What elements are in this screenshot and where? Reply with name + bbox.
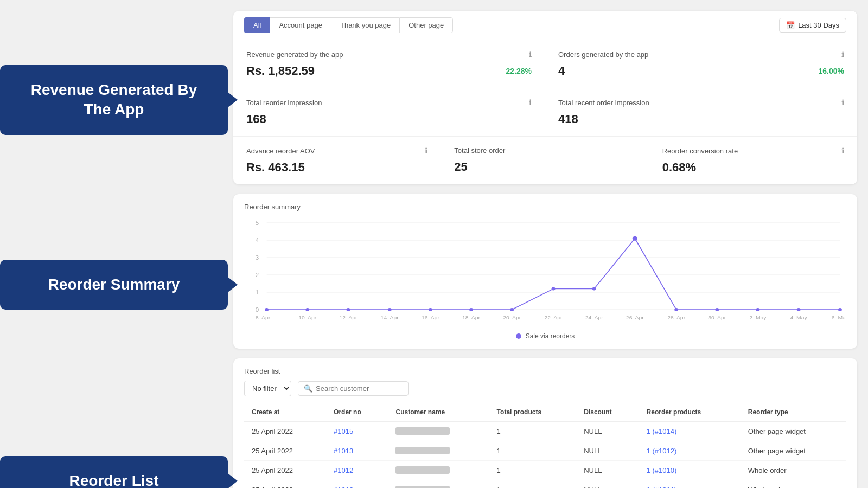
svg-text:16. Apr: 16. Apr (422, 315, 440, 320)
metric-orders-value: 4 (558, 64, 565, 78)
calendar-icon: 📅 (786, 21, 795, 29)
svg-point-16 (429, 308, 432, 311)
metric-orders-title: Orders generated by the app (558, 50, 648, 59)
svg-text:0: 0 (256, 307, 259, 313)
search-icon: 🔍 (304, 384, 312, 393)
cell-reorder[interactable]: 1 (#1010) (639, 461, 741, 480)
filter-select[interactable]: No filter (244, 381, 291, 396)
svg-text:6. May: 6. May (832, 315, 846, 320)
metric-reorder-value: 168 (246, 112, 266, 126)
info-icon-revenue[interactable]: ℹ (529, 50, 532, 59)
svg-text:24. Apr: 24. Apr (585, 315, 604, 320)
tabs-row: All Account page Thank you page Other pa… (244, 17, 453, 33)
table-title: Reorder list (244, 367, 846, 375)
cell-total: 1 (489, 422, 577, 441)
svg-text:20. Apr: 20. Apr (503, 315, 521, 320)
metric-revenue: Revenue generated by the app ℹ Rs. 1,852… (233, 40, 545, 88)
tab-other[interactable]: Other page (399, 17, 453, 33)
metric-recent-impression: Total recent order impression ℹ 418 (545, 88, 857, 136)
metrics-row-3: Advance reorder AOV ℹ Rs. 463.15 Total s… (233, 137, 857, 184)
metric-aov-title: Advance reorder AOV (246, 147, 315, 155)
metrics-row-2: Total reorder impression ℹ 168 Total rec… (233, 88, 857, 137)
table-row: 25 April 2022 #1015 XXXXXXXXXX 1 NULL 1 … (244, 422, 846, 441)
chart-title: Reorder summary (244, 203, 846, 211)
col-header-date: Create at (244, 403, 326, 422)
svg-point-13 (305, 308, 309, 311)
metric-conversion: Reorder conversion rate ℹ 0.68% (649, 137, 857, 184)
table-card: Reorder list No filter 🔍 Create at Order… (233, 358, 857, 488)
tab-account[interactable]: Account page (270, 17, 331, 33)
cell-type: Whole order (741, 461, 846, 480)
metric-conversion-value: 0.68% (662, 160, 696, 174)
cell-reorder[interactable]: 1 (#1014) (639, 422, 741, 441)
svg-text:2. May: 2. May (749, 315, 766, 320)
search-input[interactable] (316, 384, 403, 393)
cell-total: 1 (489, 480, 577, 489)
svg-point-25 (797, 308, 801, 311)
metrics-row-1: Revenue generated by the app ℹ Rs. 1,852… (233, 40, 857, 88)
metric-revenue-badge: 22.28% (506, 67, 532, 75)
cell-order[interactable]: #1015 (326, 422, 388, 441)
svg-text:30. Apr: 30. Apr (708, 315, 726, 320)
cell-date: 25 April 2022 (244, 480, 326, 489)
cell-discount: NULL (576, 480, 639, 489)
date-filter-button[interactable]: 📅 Last 30 Days (779, 18, 846, 33)
info-icon-orders[interactable]: ℹ (841, 50, 844, 59)
svg-text:5: 5 (256, 220, 259, 226)
cell-order[interactable]: #1012 (326, 480, 388, 489)
svg-point-26 (838, 308, 842, 311)
col-header-customer: Customer name (388, 403, 489, 422)
metric-store-order: Total store order 25 (441, 137, 649, 184)
svg-text:10. Apr: 10. Apr (298, 315, 317, 320)
tab-thankyou[interactable]: Thank you page (331, 17, 399, 33)
cell-discount: NULL (576, 441, 639, 461)
cell-total: 1 (489, 461, 577, 480)
cell-reorder[interactable]: 1 (#1012) (639, 441, 741, 461)
legend-dot (516, 333, 521, 339)
svg-point-22 (674, 308, 678, 311)
metric-reorder-title: Total reorder impression (246, 99, 322, 107)
chart-svg: 5 4 3 2 1 0 (244, 217, 846, 326)
table-controls: No filter 🔍 (244, 381, 846, 396)
metric-revenue-title: Revenue generated by the app (246, 50, 343, 59)
svg-point-12 (265, 308, 269, 311)
search-wrapper: 🔍 (298, 381, 409, 396)
info-icon-aov[interactable]: ℹ (425, 146, 427, 155)
svg-point-15 (388, 308, 392, 311)
metric-orders: Orders generated by the app ℹ 4 16.00% (545, 40, 857, 88)
metric-aov-value: Rs. 463.15 (246, 160, 305, 174)
info-icon-reorder[interactable]: ℹ (529, 98, 532, 107)
date-filter-label: Last 30 Days (798, 21, 839, 29)
svg-text:2: 2 (256, 272, 259, 278)
metric-reorder-impression: Total reorder impression ℹ 168 (233, 88, 545, 136)
legend-label: Sale via reorders (526, 332, 575, 340)
table-header-row: Create at Order no Customer name Total p… (244, 403, 846, 422)
info-icon-recent[interactable]: ℹ (841, 98, 844, 107)
cell-order[interactable]: #1013 (326, 441, 388, 461)
tab-all[interactable]: All (244, 17, 270, 33)
svg-text:4: 4 (256, 237, 259, 243)
metric-orders-badge: 16.00% (819, 67, 844, 75)
cell-customer: XXXXXXXXXX (388, 441, 489, 461)
info-icon-conversion[interactable]: ℹ (841, 146, 844, 155)
col-header-type: Reorder type (741, 403, 846, 422)
chart-legend: Sale via reorders (244, 332, 846, 340)
svg-point-14 (346, 308, 350, 311)
table-row: 25 April 2022 #1012 XXXXXXXXXX 1 NULL 1 … (244, 461, 846, 480)
svg-point-20 (592, 287, 596, 291)
table-row: 25 April 2022 #1013 XXXXXXXXXX 1 NULL 1 … (244, 441, 846, 461)
cell-reorder[interactable]: 1 (#1011) (639, 480, 741, 489)
svg-text:12. Apr: 12. Apr (339, 315, 358, 320)
svg-point-18 (510, 308, 514, 311)
table-row: 25 April 2022 #1012 XXXXXXXXXX 1 NULL 1 … (244, 480, 846, 489)
svg-text:18. Apr: 18. Apr (462, 315, 481, 320)
reorder-summary-label: Reorder Summary (0, 260, 228, 310)
col-header-products: Total products (489, 403, 577, 422)
data-table: Create at Order no Customer name Total p… (244, 403, 846, 488)
metric-revenue-value: Rs. 1,852.59 (246, 64, 315, 78)
cell-order[interactable]: #1012 (326, 461, 388, 480)
col-header-discount: Discount (576, 403, 639, 422)
svg-text:3: 3 (256, 255, 259, 261)
left-labels-panel: Revenue Generated By The App Reorder Sum… (0, 0, 228, 488)
svg-point-24 (756, 308, 760, 311)
